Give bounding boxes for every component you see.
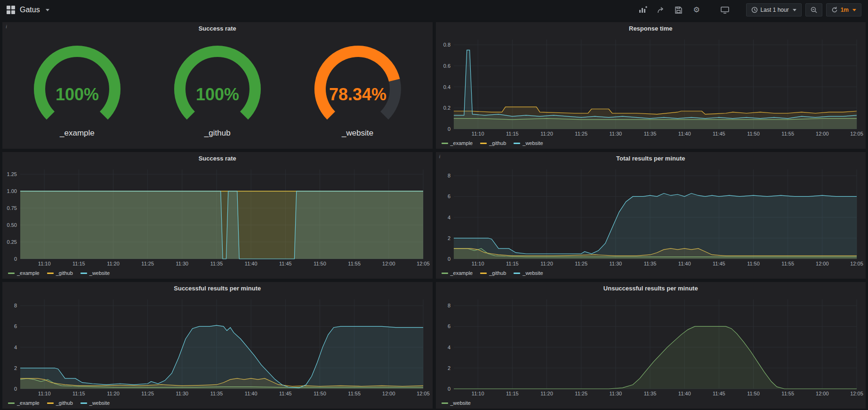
svg-text:11:10: 11:10 xyxy=(38,391,51,396)
svg-text:11:30: 11:30 xyxy=(609,131,622,137)
svg-text:11:25: 11:25 xyxy=(575,391,587,396)
dashboards-grid-icon[interactable] xyxy=(7,6,15,14)
svg-text:11:50: 11:50 xyxy=(313,261,326,266)
panel-success-rate-gauges: i Success rate 100% _example 100% _githu… xyxy=(2,22,433,149)
save-icon xyxy=(675,7,682,14)
panel-unsuccessful-results: Unsuccessful results per minute 0246811:… xyxy=(436,282,866,409)
legend-swatch xyxy=(514,143,520,144)
svg-text:12:05: 12:05 xyxy=(417,391,430,396)
panel-header: Unsuccessful results per minute xyxy=(436,282,866,295)
legend-item-website[interactable]: _website xyxy=(80,400,110,406)
svg-text:0: 0 xyxy=(14,256,17,262)
panel-title[interactable]: Total results per minute xyxy=(616,155,685,162)
panel-title[interactable]: Response time xyxy=(629,25,672,32)
settings-button[interactable]: ⚙ xyxy=(690,3,704,16)
gear-icon: ⚙ xyxy=(693,6,699,14)
legend-item-github[interactable]: _github xyxy=(480,140,506,146)
svg-text:11:55: 11:55 xyxy=(781,261,794,266)
time-range-caret-icon xyxy=(793,9,796,11)
svg-text:11:35: 11:35 xyxy=(210,261,223,266)
legend-item-example[interactable]: _example xyxy=(442,270,473,276)
svg-text:11:15: 11:15 xyxy=(72,391,85,396)
time-range-label: Last 1 hour xyxy=(761,7,789,13)
total-results-chart: 0246811:1011:1511:2011:2511:3011:3511:40… xyxy=(437,166,863,267)
svg-text:11:30: 11:30 xyxy=(609,261,622,266)
svg-text:12:05: 12:05 xyxy=(850,261,863,266)
zoom-out-button[interactable] xyxy=(805,3,822,16)
save-button[interactable] xyxy=(672,3,686,16)
time-range-picker[interactable]: Last 1 hour xyxy=(746,3,802,16)
refresh-icon xyxy=(831,7,838,13)
panel-title[interactable]: Success rate xyxy=(199,155,236,162)
chart-legend: _example_github_website xyxy=(436,137,866,149)
gauge-website: 78.34% _website xyxy=(288,42,428,138)
legend-label: _website xyxy=(89,400,110,406)
svg-text:0.6: 0.6 xyxy=(443,63,450,69)
legend-item-example[interactable]: _example xyxy=(442,140,473,146)
svg-text:11:45: 11:45 xyxy=(713,391,725,396)
monitor-icon xyxy=(721,7,729,14)
legend-item-website[interactable]: _website xyxy=(514,270,543,276)
svg-text:0.75: 0.75 xyxy=(7,205,17,211)
gauge-svg: 100% xyxy=(11,42,143,126)
legend-swatch xyxy=(514,273,520,274)
add-panel-button[interactable] xyxy=(636,3,650,16)
legend-swatch xyxy=(442,402,448,404)
svg-text:12:05: 12:05 xyxy=(417,261,430,266)
gauge-label: _example xyxy=(60,129,95,138)
svg-text:11:55: 11:55 xyxy=(781,391,794,396)
svg-text:11:15: 11:15 xyxy=(506,131,519,137)
chevron-down-icon[interactable] xyxy=(46,9,49,11)
svg-text:11:50: 11:50 xyxy=(747,391,760,396)
dashboard-title[interactable]: Gatus xyxy=(20,6,40,14)
legend-item-example[interactable]: _example xyxy=(8,400,40,406)
svg-text:0: 0 xyxy=(14,386,17,392)
cycle-view-button[interactable] xyxy=(718,3,732,16)
refresh-interval-button[interactable]: 1m xyxy=(826,3,861,16)
svg-text:12:05: 12:05 xyxy=(850,131,863,137)
svg-text:11:25: 11:25 xyxy=(575,131,587,137)
svg-text:0: 0 xyxy=(447,126,450,132)
svg-text:11:45: 11:45 xyxy=(713,261,725,266)
gauge-value: 100% xyxy=(56,85,99,104)
chart-svg: 0246811:1011:1511:2011:2511:3011:3511:40… xyxy=(437,296,863,397)
svg-text:4: 4 xyxy=(447,215,450,220)
share-button[interactable] xyxy=(654,3,668,16)
legend-swatch xyxy=(8,402,15,404)
svg-text:11:45: 11:45 xyxy=(279,261,292,266)
legend-item-github[interactable]: _github xyxy=(480,270,506,276)
legend-label: _example xyxy=(17,400,40,406)
svg-text:0.50: 0.50 xyxy=(7,222,17,228)
legend-swatch xyxy=(80,273,87,274)
gauge-example: 100% _example xyxy=(7,42,147,138)
svg-text:6: 6 xyxy=(14,323,17,329)
successful-results-chart: 0246811:1011:1511:2011:2511:3011:3511:40… xyxy=(3,296,430,397)
svg-text:11:10: 11:10 xyxy=(471,391,484,396)
panel-title[interactable]: Success rate xyxy=(199,25,236,32)
svg-text:11:20: 11:20 xyxy=(107,391,120,396)
svg-text:11:55: 11:55 xyxy=(348,261,361,266)
panel-title[interactable]: Successful results per minute xyxy=(174,285,261,292)
legend-item-github[interactable]: _github xyxy=(47,400,73,406)
svg-text:6: 6 xyxy=(447,323,450,329)
panel-title[interactable]: Unsuccessful results per minute xyxy=(603,285,698,292)
svg-text:11:10: 11:10 xyxy=(38,261,51,266)
legend-label: _github xyxy=(56,400,73,406)
svg-text:11:30: 11:30 xyxy=(176,261,189,266)
panel-info-icon[interactable]: i xyxy=(6,24,7,29)
legend-label: _website xyxy=(89,270,110,276)
svg-text:8: 8 xyxy=(447,303,450,308)
panel-info-icon[interactable]: i xyxy=(439,153,441,159)
svg-text:11:35: 11:35 xyxy=(643,131,656,137)
legend-item-website[interactable]: _website xyxy=(80,270,110,276)
svg-text:0.4: 0.4 xyxy=(443,84,450,90)
gauge-label: _website xyxy=(342,129,373,138)
legend-item-website[interactable]: _website xyxy=(442,400,471,406)
svg-text:11:20: 11:20 xyxy=(540,391,553,396)
legend-item-github[interactable]: _github xyxy=(47,270,73,276)
legend-item-website[interactable]: _website xyxy=(514,140,543,146)
legend-item-example[interactable]: _example xyxy=(8,270,40,276)
svg-text:12:00: 12:00 xyxy=(816,131,829,137)
svg-text:12:00: 12:00 xyxy=(382,391,395,396)
panel-success-rate-timeseries: Success rate 00.250.500.751.001.2511:101… xyxy=(2,152,433,279)
